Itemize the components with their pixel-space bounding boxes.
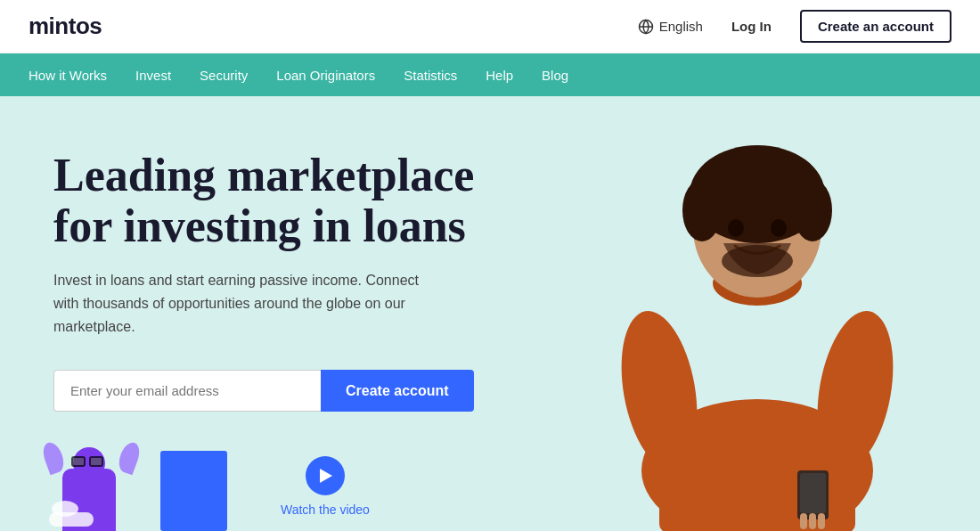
globe-icon [638, 19, 654, 35]
hero-section: Leading marketplace for investing in loa… [0, 96, 980, 531]
nav-item-how-it-works[interactable]: How it Works [29, 68, 107, 83]
nav-item-blog[interactable]: Blog [542, 68, 568, 83]
hero-content: Leading marketplace for investing in loa… [53, 150, 474, 447]
watch-video-section: Watch the video [281, 456, 370, 517]
svg-point-10 [793, 179, 832, 241]
nav-item-invest[interactable]: Invest [135, 68, 171, 83]
nav-item-security[interactable]: Security [200, 68, 248, 83]
person-svg [570, 96, 944, 531]
svg-rect-17 [809, 513, 816, 529]
play-button[interactable] [306, 456, 345, 495]
nav-item-statistics[interactable]: Statistics [404, 68, 457, 83]
create-account-header-button[interactable]: Create an account [800, 10, 951, 43]
play-icon [320, 469, 332, 483]
hero-subtitle: Invest in loans and start earning passiv… [53, 269, 428, 338]
watch-video-label[interactable]: Watch the video [281, 502, 370, 517]
hero-title: Leading marketplace for investing in loa… [53, 150, 474, 251]
header: mintos English Log In Create an account [0, 0, 980, 53]
main-nav: How it Works Invest Security Loan Origin… [0, 53, 980, 96]
login-button[interactable]: Log In [721, 13, 782, 39]
nav-item-loan-originators[interactable]: Loan Originators [276, 68, 375, 83]
svg-point-11 [728, 219, 744, 237]
hero-person-illustration [570, 96, 944, 531]
svg-point-9 [682, 179, 722, 241]
language-selector[interactable]: English [638, 19, 703, 35]
illustration-flag [160, 451, 227, 531]
header-right: English Log In Create an account [638, 10, 951, 43]
language-label: English [659, 19, 703, 34]
nav-item-help[interactable]: Help [486, 68, 513, 83]
illustration-person [45, 442, 143, 531]
email-form: Create account [53, 370, 474, 412]
email-input[interactable] [53, 370, 321, 412]
svg-rect-15 [800, 473, 826, 513]
svg-point-12 [771, 219, 787, 237]
svg-rect-18 [818, 513, 825, 529]
svg-rect-16 [800, 513, 807, 529]
create-account-button[interactable]: Create account [321, 370, 474, 412]
logo: mintos [29, 12, 102, 40]
